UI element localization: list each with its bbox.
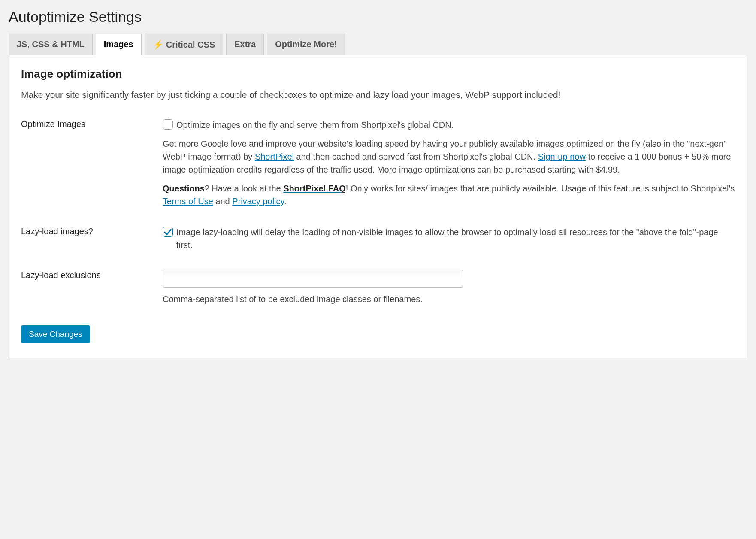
- input-lazy-exclusions[interactable]: [163, 270, 463, 288]
- link-sign-up[interactable]: Sign-up now: [538, 152, 586, 161]
- tab-list: JS, CSS & HTML Images ⚡Critical CSS Extr…: [9, 34, 747, 55]
- hint-bold: Questions: [163, 184, 205, 193]
- link-terms-of-use[interactable]: Terms of Use: [163, 197, 213, 206]
- checkbox-optimize-images[interactable]: [163, 119, 173, 130]
- tab-critical-css-label: Critical CSS: [166, 40, 215, 49]
- tab-critical-css[interactable]: ⚡Critical CSS: [145, 34, 223, 55]
- hint-lazy-exclusions: Comma-separated list of to be excluded i…: [163, 293, 735, 306]
- link-privacy-policy[interactable]: Privacy policy: [232, 197, 284, 206]
- label-optimize-images: Optimize Images: [21, 118, 163, 129]
- checkbox-lazy-load-text: Image lazy-loading will delay the loadin…: [176, 226, 735, 251]
- link-shortpixel-faq[interactable]: ShortPixel FAQ: [283, 184, 346, 193]
- field-lazy-exclusions: Comma-separated list of to be excluded i…: [163, 270, 735, 306]
- checkbox-optimize-images-text: Optimize images on the fly and serve the…: [176, 118, 454, 131]
- row-lazy-exclusions: Lazy-load exclusions Comma-separated lis…: [21, 270, 735, 306]
- save-button[interactable]: Save Changes: [21, 325, 90, 343]
- tab-optimize-more[interactable]: Optimize More!: [267, 34, 345, 55]
- optimize-images-hint-1: Get more Google love and improve your we…: [163, 137, 735, 176]
- lightning-icon: ⚡: [153, 40, 163, 49]
- faq-link-text: ShortPixel FAQ: [283, 184, 346, 193]
- hint-text: ! Only works for sites/ images that are …: [346, 184, 735, 193]
- row-lazy-load: Lazy-load images? Image lazy-loading wil…: [21, 226, 735, 251]
- tab-images[interactable]: Images: [96, 34, 142, 55]
- section-description: Make your site significantly faster by j…: [21, 88, 735, 101]
- tab-js-css-html[interactable]: JS, CSS & HTML: [9, 34, 93, 55]
- page-title: Autoptimize Settings: [9, 9, 747, 25]
- field-lazy-load: Image lazy-loading will delay the loadin…: [163, 226, 735, 251]
- hint-text: .: [284, 197, 287, 206]
- optimize-images-hint-2: Questions? Have a look at the ShortPixel…: [163, 182, 735, 208]
- settings-panel: Image optimization Make your site signif…: [9, 55, 747, 358]
- hint-text: and: [213, 197, 232, 206]
- row-optimize-images: Optimize Images Optimize images on the f…: [21, 118, 735, 208]
- checkbox-lazy-load[interactable]: [163, 227, 173, 237]
- link-shortpixel[interactable]: ShortPixel: [255, 152, 294, 161]
- field-optimize-images: Optimize images on the fly and serve the…: [163, 118, 735, 208]
- label-lazy-load: Lazy-load images?: [21, 226, 163, 236]
- hint-text: and then cached and served fast from Sho…: [294, 152, 538, 161]
- tab-extra[interactable]: Extra: [226, 34, 264, 55]
- hint-text: ? Have a look at the: [205, 184, 283, 193]
- label-lazy-exclusions: Lazy-load exclusions: [21, 270, 163, 280]
- section-title: Image optimization: [21, 67, 735, 81]
